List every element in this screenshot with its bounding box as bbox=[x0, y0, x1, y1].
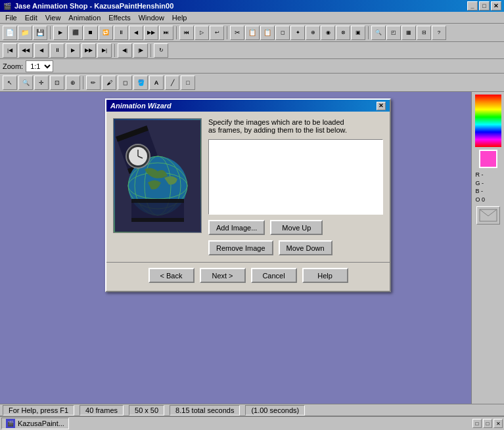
btn-t17[interactable]: ▣ bbox=[351, 26, 365, 40]
btn-t16[interactable]: ⊗ bbox=[336, 26, 350, 40]
prev-frame-button[interactable]: ◀◀ bbox=[18, 43, 33, 58]
btn-t21[interactable]: ⊟ bbox=[417, 26, 431, 40]
line-tool[interactable]: ╱ bbox=[165, 75, 179, 90]
btn-t10[interactable]: ▷ bbox=[195, 26, 209, 40]
paste-button[interactable]: 📋 bbox=[260, 26, 275, 40]
menu-view[interactable]: View bbox=[41, 12, 65, 23]
move-down-button[interactable]: Move Down bbox=[279, 240, 332, 255]
btn-t18[interactable]: 🔍 bbox=[371, 26, 386, 40]
save-button[interactable]: 💾 bbox=[33, 26, 47, 40]
remove-image-button[interactable]: Remove Image bbox=[208, 240, 273, 255]
btn-t11[interactable]: ↩ bbox=[210, 26, 224, 40]
text-tool[interactable]: A bbox=[149, 75, 164, 90]
next-button[interactable]: Next > bbox=[200, 268, 246, 283]
button-row-1: Add Image... Move Up bbox=[208, 220, 383, 235]
color-gradient[interactable] bbox=[475, 95, 501, 147]
dialog-footer: < Back Next > Cancel Help bbox=[106, 262, 390, 291]
move-tool[interactable]: ✛ bbox=[34, 75, 49, 90]
menu-animation[interactable]: Animation bbox=[64, 12, 104, 23]
taskbar-minimize[interactable]: □ bbox=[472, 419, 482, 428]
menu-effects[interactable]: Effects bbox=[104, 12, 134, 23]
rect-tool[interactable]: □ bbox=[181, 75, 195, 90]
btn-t4[interactable]: 🔁 bbox=[99, 26, 113, 40]
btn-t13[interactable]: ✦ bbox=[290, 26, 305, 40]
next-button[interactable]: ▶▶ bbox=[81, 43, 96, 58]
close-button[interactable]: ✕ bbox=[491, 1, 501, 11]
svg-rect-10 bbox=[131, 199, 184, 203]
frame-fwd-button[interactable]: |▶ bbox=[133, 43, 148, 58]
move-up-button[interactable]: Move Up bbox=[270, 220, 323, 235]
btn-t15[interactable]: ◉ bbox=[321, 26, 335, 40]
btn-t12[interactable]: ◻ bbox=[275, 26, 290, 40]
deform-tool[interactable]: ⊕ bbox=[66, 75, 80, 90]
btn-t20[interactable]: ▦ bbox=[401, 26, 416, 40]
btn-t19[interactable]: ◰ bbox=[386, 26, 401, 40]
toolbar-row-2: |◀ ◀◀ ◀ ⏸ ▶ ▶▶ ▶| ◀| |▶ ↻ bbox=[0, 42, 504, 59]
tool-sep-1 bbox=[83, 76, 83, 89]
btn-t6[interactable]: ◀ bbox=[129, 26, 143, 40]
select-tool[interactable]: ↖ bbox=[3, 75, 17, 90]
zoom-label: Zoom: bbox=[3, 62, 23, 70]
cancel-button[interactable]: Cancel bbox=[251, 268, 297, 283]
separator-1 bbox=[50, 26, 51, 39]
frame-back-button[interactable]: ◀| bbox=[118, 43, 132, 58]
btn-t8[interactable]: ⏭ bbox=[159, 26, 173, 40]
mail-icon[interactable] bbox=[476, 206, 500, 225]
btn-t1[interactable]: ▶ bbox=[53, 26, 68, 40]
zoom-select[interactable]: 1:1 1:2 2:1 bbox=[26, 60, 53, 72]
toolbar-group-3: ⏮ ▷ ↩ bbox=[179, 26, 224, 40]
taskbar-controls: □ □ ✕ bbox=[472, 419, 503, 428]
image-list bbox=[208, 139, 383, 215]
play-forward-button[interactable]: ▶ bbox=[66, 43, 80, 58]
fill-tool[interactable]: 🪣 bbox=[133, 75, 148, 90]
btn-t7[interactable]: ▶▶ bbox=[144, 26, 158, 40]
color-swatch[interactable] bbox=[479, 150, 497, 168]
title-bar: 🎬 Jase Animation Shop - KazusaPaintHensh… bbox=[0, 0, 504, 12]
play-end-button[interactable]: ▶| bbox=[97, 43, 112, 58]
dialog-image bbox=[113, 118, 202, 233]
prev-button[interactable]: ◀ bbox=[34, 43, 49, 58]
btn-t2[interactable]: ⬛ bbox=[68, 26, 83, 40]
menu-file[interactable]: File bbox=[1, 12, 21, 23]
taskbar-close[interactable]: ✕ bbox=[493, 419, 503, 428]
back-button[interactable]: < Back bbox=[149, 268, 195, 283]
toolbar-group-1: 📄 📁 💾 bbox=[3, 26, 47, 40]
taskbar-item[interactable]: 🎬 KazusaPaint... bbox=[1, 418, 69, 429]
dialog-content: Specify the images which are to be loade… bbox=[106, 112, 390, 262]
open-button[interactable]: 📁 bbox=[18, 26, 32, 40]
menu-window[interactable]: Window bbox=[135, 12, 168, 23]
btn-t14[interactable]: ⊕ bbox=[306, 26, 320, 40]
size-status: 50 x 50 bbox=[129, 405, 164, 416]
minimize-button[interactable]: _ bbox=[467, 1, 478, 11]
zoom-bar: Zoom: 1:1 1:2 2:1 bbox=[0, 59, 504, 74]
eraser-tool[interactable]: ◻ bbox=[118, 75, 132, 90]
btn-t3[interactable]: ⏹ bbox=[83, 26, 98, 40]
cut-button[interactable]: ✂ bbox=[230, 26, 244, 40]
globe-svg bbox=[115, 120, 200, 232]
maximize-button[interactable]: □ bbox=[479, 1, 490, 11]
help-button[interactable]: Help bbox=[302, 268, 348, 283]
pencil-tool[interactable]: ✏ bbox=[86, 75, 101, 90]
dialog-close-button[interactable]: ✕ bbox=[377, 102, 386, 110]
pause-button[interactable]: ⏸ bbox=[50, 43, 64, 58]
btn-t9[interactable]: ⏮ bbox=[179, 26, 194, 40]
copy-button[interactable]: 📋 bbox=[245, 26, 260, 40]
btn-t5[interactable]: ⏸ bbox=[114, 26, 128, 40]
rate-status: (1.00 seconds) bbox=[245, 405, 305, 416]
frames-status: 40 frames bbox=[80, 405, 124, 416]
toolbar-group-5: 🔍 ◰ ▦ ⊟ ? bbox=[371, 26, 446, 40]
loop-button[interactable]: ↻ bbox=[154, 43, 168, 58]
toolbar-group-2: ▶ ⬛ ⏹ 🔁 ⏸ ◀ ▶▶ ⏭ bbox=[53, 26, 173, 40]
zoom-tool[interactable]: 🔍 bbox=[18, 75, 33, 90]
tools-bar: ↖ 🔍 ✛ ⊡ ⊕ ✏ 🖌 ◻ 🪣 A ╱ □ bbox=[0, 74, 504, 92]
new-button[interactable]: 📄 bbox=[3, 26, 17, 40]
menu-edit[interactable]: Edit bbox=[21, 12, 41, 23]
crop-tool[interactable]: ⊡ bbox=[50, 75, 64, 90]
brush-tool[interactable]: 🖌 bbox=[102, 75, 116, 90]
play-start-button[interactable]: |◀ bbox=[3, 43, 17, 58]
taskbar-restore[interactable]: □ bbox=[483, 419, 492, 428]
menu-help[interactable]: Help bbox=[168, 12, 191, 23]
btn-t22[interactable]: ? bbox=[432, 26, 446, 40]
add-image-button[interactable]: Add Image... bbox=[208, 220, 265, 235]
separator-6 bbox=[150, 44, 151, 57]
